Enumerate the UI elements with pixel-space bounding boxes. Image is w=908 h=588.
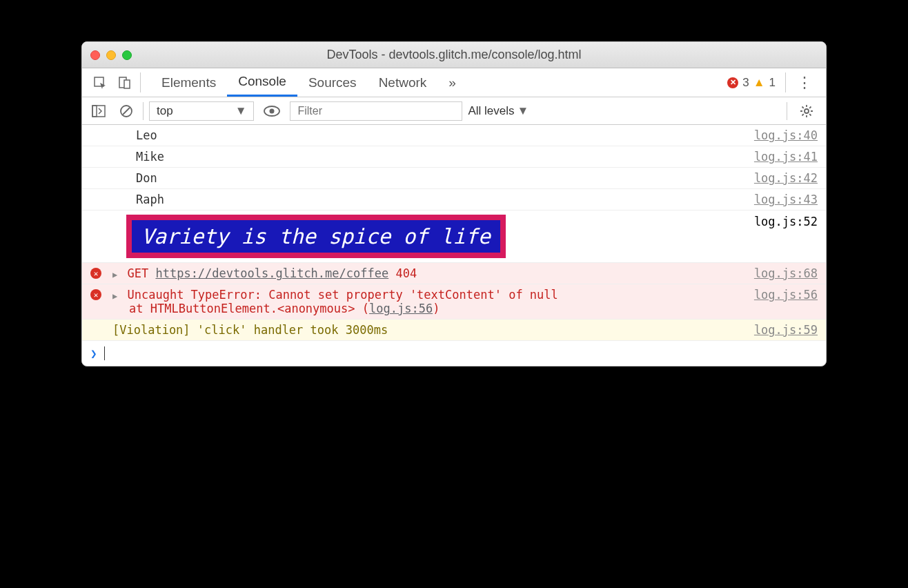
toggle-sidebar-icon[interactable] bbox=[88, 105, 110, 117]
tab-sources[interactable]: Sources bbox=[297, 68, 368, 97]
error-warning-counts[interactable]: ✕ 3 ▲ 1 bbox=[720, 68, 782, 97]
inspect-element-icon[interactable] bbox=[88, 68, 112, 97]
source-link[interactable]: log.js:52 bbox=[754, 215, 818, 258]
source-link[interactable]: log.js:40 bbox=[754, 128, 818, 142]
error-icon: ✕ bbox=[90, 289, 101, 300]
error-icon: ✕ bbox=[90, 268, 101, 279]
filter-input[interactable] bbox=[290, 101, 462, 121]
log-levels-selector[interactable]: All levels ▼ bbox=[468, 104, 529, 118]
source-link[interactable]: log.js:43 bbox=[754, 193, 818, 206]
http-status: 404 bbox=[395, 266, 417, 280]
error-count: 3 bbox=[742, 76, 749, 90]
svg-rect-4 bbox=[92, 106, 97, 117]
window-title: DevTools - devtools.glitch.me/console/lo… bbox=[82, 48, 826, 62]
expand-icon[interactable]: ▶ bbox=[112, 291, 117, 301]
svg-point-9 bbox=[805, 109, 809, 113]
live-expression-icon[interactable] bbox=[259, 105, 284, 117]
clear-console-icon[interactable] bbox=[115, 104, 137, 118]
http-method: GET bbox=[127, 266, 148, 280]
console-styled-row[interactable]: Variety is the spice of life log.js:52 bbox=[82, 210, 826, 263]
console-error-row[interactable]: ✕ ▶ Uncaught TypeError: Cannot set prope… bbox=[82, 284, 826, 320]
stack-frame: at HTMLButtonElement.<anonymous> ( bbox=[129, 302, 369, 315]
log-text: Mike bbox=[133, 150, 747, 164]
log-text: Leo bbox=[133, 128, 747, 142]
svg-line-6 bbox=[123, 108, 130, 115]
console-toolbar: top ▼ All levels ▼ bbox=[82, 97, 826, 125]
panel-tabs: Elements Console Sources Network » bbox=[150, 68, 467, 97]
svg-rect-2 bbox=[124, 80, 130, 88]
error-url[interactable]: https://devtools.glitch.me/coffee bbox=[155, 266, 388, 280]
source-link[interactable]: log.js:41 bbox=[754, 150, 818, 164]
console-log-row[interactable]: Leo log.js:40 bbox=[82, 125, 826, 146]
divider bbox=[785, 72, 786, 92]
divider bbox=[143, 102, 144, 120]
warning-icon: ▲ bbox=[753, 76, 765, 90]
devtools-tabbar: Elements Console Sources Network » ✕ 3 ▲… bbox=[82, 68, 826, 97]
console-log-row[interactable]: Raph log.js:43 bbox=[82, 189, 826, 210]
log-text: Raph bbox=[133, 193, 747, 206]
error-icon: ✕ bbox=[727, 77, 738, 88]
error-message: Uncaught TypeError: Cannot set property … bbox=[127, 288, 557, 302]
context-selector[interactable]: top ▼ bbox=[149, 101, 254, 121]
more-options-icon[interactable]: ⋮ bbox=[789, 68, 820, 97]
console-output: Leo log.js:40 Mike log.js:41 Don log.js:… bbox=[82, 125, 826, 366]
source-link[interactable]: log.js:68 bbox=[754, 266, 818, 280]
console-log-row[interactable]: Mike log.js:41 bbox=[82, 146, 826, 168]
console-prompt[interactable]: ❯ bbox=[82, 341, 826, 366]
tab-elements[interactable]: Elements bbox=[150, 68, 227, 97]
prompt-chevron-icon: ❯ bbox=[90, 347, 97, 360]
chevron-down-icon: ▼ bbox=[235, 104, 247, 118]
settings-icon[interactable] bbox=[793, 104, 820, 118]
device-toolbar-icon[interactable] bbox=[112, 68, 137, 97]
source-link[interactable]: log.js:59 bbox=[754, 323, 818, 337]
warning-count: 1 bbox=[769, 76, 776, 90]
stack-source-link[interactable]: log.js:56 bbox=[369, 302, 433, 315]
console-log-row[interactable]: Don log.js:42 bbox=[82, 168, 826, 189]
divider bbox=[140, 72, 141, 92]
expand-icon[interactable]: ▶ bbox=[112, 270, 117, 280]
tab-console[interactable]: Console bbox=[227, 68, 297, 97]
titlebar: DevTools - devtools.glitch.me/console/lo… bbox=[82, 42, 826, 68]
svg-point-8 bbox=[270, 108, 275, 113]
text-cursor bbox=[104, 346, 105, 360]
more-tabs-icon[interactable]: » bbox=[437, 68, 467, 97]
log-text: Don bbox=[133, 171, 747, 185]
violation-text: [Violation] 'click' handler took 3000ms bbox=[110, 323, 747, 337]
tab-network[interactable]: Network bbox=[368, 68, 438, 97]
console-error-row[interactable]: ✕ ▶ GET https://devtools.glitch.me/coffe… bbox=[82, 263, 826, 284]
devtools-window: DevTools - devtools.glitch.me/console/lo… bbox=[81, 41, 827, 366]
levels-label: All levels bbox=[468, 104, 514, 118]
chevron-down-icon: ▼ bbox=[517, 104, 529, 118]
console-violation-row[interactable]: [Violation] 'click' handler took 3000ms … bbox=[82, 320, 826, 341]
svg-rect-3 bbox=[92, 106, 105, 117]
styled-log-text: Variety is the spice of life bbox=[126, 215, 506, 258]
source-link[interactable]: log.js:56 bbox=[754, 288, 818, 302]
divider bbox=[787, 102, 787, 120]
source-link[interactable]: log.js:42 bbox=[754, 171, 818, 185]
context-value: top bbox=[157, 104, 173, 118]
